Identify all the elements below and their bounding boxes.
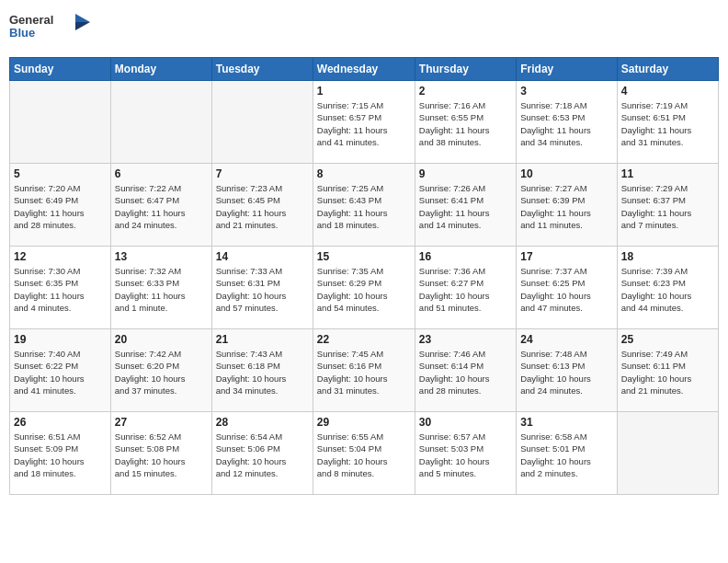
calendar-cell: 13Sunrise: 7:32 AM Sunset: 6:33 PM Dayli… [110, 247, 211, 329]
day-info: Sunrise: 7:18 AM Sunset: 6:53 PM Dayligh… [520, 99, 612, 148]
calendar-cell: 23Sunrise: 7:46 AM Sunset: 6:14 PM Dayli… [415, 329, 516, 412]
day-info: Sunrise: 7:25 AM Sunset: 6:43 PM Dayligh… [317, 182, 411, 231]
day-number: 9 [419, 167, 512, 180]
day-number: 28 [216, 416, 309, 429]
weekday-header-thursday: Thursday [415, 58, 516, 81]
logo-wing [75, 14, 90, 22]
calendar-cell: 19Sunrise: 7:40 AM Sunset: 6:22 PM Dayli… [10, 329, 111, 412]
logo-block: General Blue [9, 9, 92, 50]
day-number: 25 [621, 333, 714, 346]
day-info: Sunrise: 7:43 AM Sunset: 6:18 PM Dayligh… [216, 348, 309, 396]
day-info: Sunrise: 7:26 AM Sunset: 6:41 PM Dayligh… [419, 182, 512, 231]
day-number: 26 [14, 416, 107, 429]
day-number: 17 [520, 250, 612, 263]
calendar-cell: 22Sunrise: 7:45 AM Sunset: 6:16 PM Dayli… [313, 329, 415, 412]
day-number: 8 [317, 167, 411, 180]
day-number: 21 [216, 333, 309, 346]
day-number: 7 [216, 167, 309, 180]
day-number: 23 [419, 333, 512, 346]
weekday-header-tuesday: Tuesday [211, 58, 313, 81]
calendar-cell: 24Sunrise: 7:48 AM Sunset: 6:13 PM Dayli… [517, 329, 617, 412]
day-info: Sunrise: 6:51 AM Sunset: 5:09 PM Dayligh… [14, 431, 107, 479]
day-number: 30 [419, 416, 512, 429]
day-info: Sunrise: 7:48 AM Sunset: 6:13 PM Dayligh… [520, 348, 612, 396]
day-info: Sunrise: 7:49 AM Sunset: 6:11 PM Dayligh… [621, 348, 714, 396]
week-row-2: 5Sunrise: 7:20 AM Sunset: 6:49 PM Daylig… [10, 164, 719, 247]
weekday-header-monday: Monday [110, 58, 211, 81]
day-number: 19 [14, 333, 107, 346]
svg-text:General: General [9, 13, 53, 27]
day-info: Sunrise: 7:16 AM Sunset: 6:55 PM Dayligh… [419, 99, 512, 148]
calendar-cell: 18Sunrise: 7:39 AM Sunset: 6:23 PM Dayli… [617, 247, 718, 329]
day-number: 18 [621, 250, 714, 263]
day-number: 14 [216, 250, 309, 263]
day-info: Sunrise: 7:46 AM Sunset: 6:14 PM Dayligh… [419, 348, 512, 396]
weekday-header-friday: Friday [517, 58, 617, 81]
calendar-cell: 5Sunrise: 7:20 AM Sunset: 6:49 PM Daylig… [10, 164, 111, 247]
day-info: Sunrise: 7:32 AM Sunset: 6:33 PM Dayligh… [115, 265, 208, 314]
day-info: Sunrise: 7:37 AM Sunset: 6:25 PM Dayligh… [520, 265, 612, 314]
day-info: Sunrise: 7:45 AM Sunset: 6:16 PM Dayligh… [317, 348, 411, 396]
day-info: Sunrise: 7:40 AM Sunset: 6:22 PM Dayligh… [14, 348, 107, 396]
calendar-cell: 15Sunrise: 7:35 AM Sunset: 6:29 PM Dayli… [313, 247, 415, 329]
calendar-cell: 27Sunrise: 6:52 AM Sunset: 5:08 PM Dayli… [110, 412, 211, 495]
day-info: Sunrise: 6:55 AM Sunset: 5:04 PM Dayligh… [317, 431, 411, 479]
day-info: Sunrise: 6:58 AM Sunset: 5:01 PM Dayligh… [520, 431, 612, 479]
page: General Blue SundayMondayTuesdayWednesda… [0, 0, 728, 563]
day-info: Sunrise: 7:30 AM Sunset: 6:35 PM Dayligh… [14, 265, 107, 314]
day-info: Sunrise: 7:39 AM Sunset: 6:23 PM Dayligh… [621, 265, 714, 314]
day-info: Sunrise: 7:19 AM Sunset: 6:51 PM Dayligh… [621, 99, 714, 148]
day-number: 16 [419, 250, 512, 263]
week-row-3: 12Sunrise: 7:30 AM Sunset: 6:35 PM Dayli… [10, 247, 719, 329]
day-number: 10 [520, 167, 612, 180]
calendar-cell: 4Sunrise: 7:19 AM Sunset: 6:51 PM Daylig… [617, 81, 718, 164]
logo: General Blue [9, 9, 92, 50]
calendar-cell: 10Sunrise: 7:27 AM Sunset: 6:39 PM Dayli… [517, 164, 617, 247]
day-info: Sunrise: 7:15 AM Sunset: 6:57 PM Dayligh… [317, 99, 411, 148]
day-info: Sunrise: 6:54 AM Sunset: 5:06 PM Dayligh… [216, 431, 309, 479]
logo-wing-dark [75, 22, 90, 30]
calendar-cell: 2Sunrise: 7:16 AM Sunset: 6:55 PM Daylig… [415, 81, 516, 164]
day-number: 15 [317, 250, 411, 263]
calendar-cell: 31Sunrise: 6:58 AM Sunset: 5:01 PM Dayli… [517, 412, 617, 495]
calendar-cell: 3Sunrise: 7:18 AM Sunset: 6:53 PM Daylig… [517, 81, 617, 164]
day-info: Sunrise: 7:27 AM Sunset: 6:39 PM Dayligh… [520, 182, 612, 231]
day-number: 5 [14, 167, 107, 180]
header: General Blue [9, 9, 719, 50]
day-info: Sunrise: 6:52 AM Sunset: 5:08 PM Dayligh… [115, 431, 208, 479]
calendar-cell: 20Sunrise: 7:42 AM Sunset: 6:20 PM Dayli… [110, 329, 211, 412]
logo-svg: General Blue [9, 9, 92, 46]
week-row-5: 26Sunrise: 6:51 AM Sunset: 5:09 PM Dayli… [10, 412, 719, 495]
day-number: 22 [317, 333, 411, 346]
calendar-cell [10, 81, 111, 164]
day-info: Sunrise: 7:23 AM Sunset: 6:45 PM Dayligh… [216, 182, 309, 231]
day-number: 24 [520, 333, 612, 346]
calendar-cell: 29Sunrise: 6:55 AM Sunset: 5:04 PM Dayli… [313, 412, 415, 495]
calendar-cell: 7Sunrise: 7:23 AM Sunset: 6:45 PM Daylig… [211, 164, 313, 247]
week-row-1: 1Sunrise: 7:15 AM Sunset: 6:57 PM Daylig… [10, 81, 719, 164]
calendar-cell: 8Sunrise: 7:25 AM Sunset: 6:43 PM Daylig… [313, 164, 415, 247]
day-number: 31 [520, 416, 612, 429]
day-info: Sunrise: 7:35 AM Sunset: 6:29 PM Dayligh… [317, 265, 411, 314]
day-info: Sunrise: 7:22 AM Sunset: 6:47 PM Dayligh… [115, 182, 208, 231]
calendar-cell [110, 81, 211, 164]
calendar-cell: 16Sunrise: 7:36 AM Sunset: 6:27 PM Dayli… [415, 247, 516, 329]
weekday-header-saturday: Saturday [617, 58, 718, 81]
calendar-cell: 26Sunrise: 6:51 AM Sunset: 5:09 PM Dayli… [10, 412, 111, 495]
svg-text:Blue: Blue [9, 26, 35, 40]
calendar-cell: 14Sunrise: 7:33 AM Sunset: 6:31 PM Dayli… [211, 247, 313, 329]
day-number: 27 [115, 416, 208, 429]
calendar-cell: 6Sunrise: 7:22 AM Sunset: 6:47 PM Daylig… [110, 164, 211, 247]
day-number: 11 [621, 167, 714, 180]
day-number: 3 [520, 85, 612, 98]
calendar-cell: 11Sunrise: 7:29 AM Sunset: 6:37 PM Dayli… [617, 164, 718, 247]
calendar-cell: 12Sunrise: 7:30 AM Sunset: 6:35 PM Dayli… [10, 247, 111, 329]
day-number: 20 [115, 333, 208, 346]
day-info: Sunrise: 7:42 AM Sunset: 6:20 PM Dayligh… [115, 348, 208, 396]
day-number: 1 [317, 85, 411, 98]
calendar-cell: 9Sunrise: 7:26 AM Sunset: 6:41 PM Daylig… [415, 164, 516, 247]
calendar-cell [617, 412, 718, 495]
day-number: 2 [419, 85, 512, 98]
day-info: Sunrise: 7:20 AM Sunset: 6:49 PM Dayligh… [14, 182, 107, 231]
day-number: 29 [317, 416, 411, 429]
